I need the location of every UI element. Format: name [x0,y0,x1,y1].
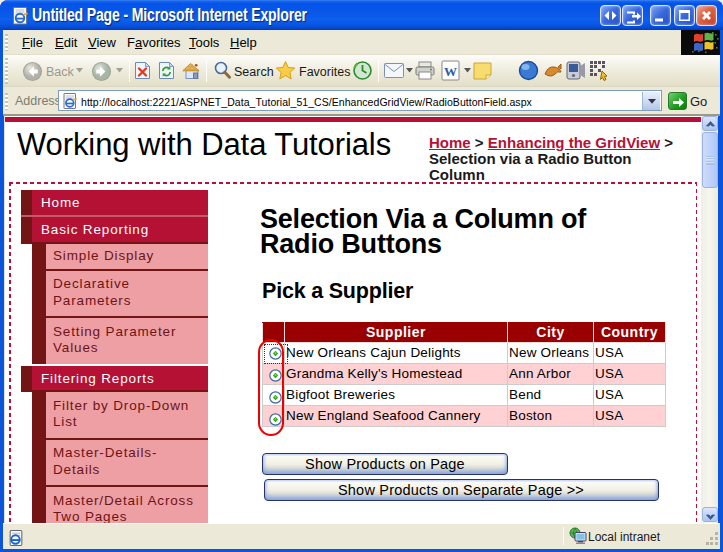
svg-text:W: W [444,64,457,79]
